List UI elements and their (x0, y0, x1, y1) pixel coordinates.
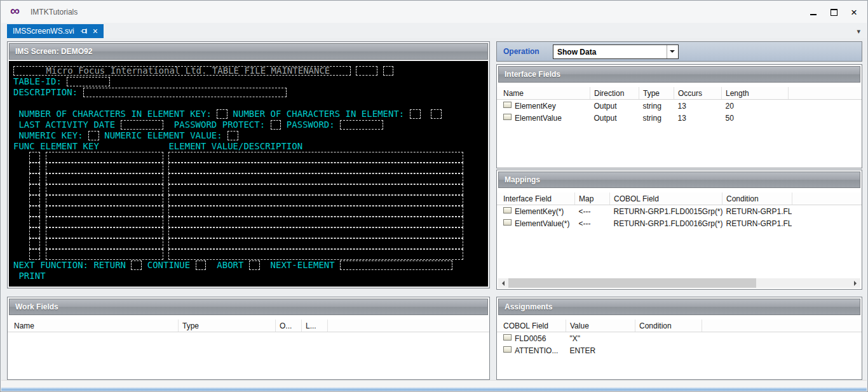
ims-screen-panel-header: IMS Screen: DEMO92 (9, 43, 488, 60)
terminal-field[interactable] (168, 206, 463, 217)
terminal-field[interactable] (168, 173, 463, 184)
terminal-text (13, 217, 29, 227)
terminal-text (163, 227, 168, 238)
terminal-field[interactable] (168, 217, 463, 227)
terminal-field[interactable] (217, 109, 227, 119)
terminal-field[interactable] (46, 184, 163, 195)
terminal-field[interactable] (227, 131, 238, 140)
minimize-button[interactable] (803, 3, 824, 21)
terminal-field[interactable] (168, 163, 463, 173)
column-header-l[interactable]: L... (302, 320, 328, 332)
title-bar[interactable]: ∞ IMTKTutorials × (1, 1, 867, 23)
tab-imsscreenws[interactable]: IMSScreenWS.svi × (7, 24, 104, 38)
terminal-field[interactable]: Micro Focus International Ltd. TABLE FIL… (13, 66, 351, 76)
terminal-field[interactable] (83, 88, 287, 97)
maximize-button[interactable] (824, 3, 844, 21)
terminal-field[interactable] (121, 120, 163, 130)
terminal-text (40, 249, 45, 259)
pin-icon[interactable] (80, 27, 88, 35)
scroll-left-icon[interactable] (498, 278, 508, 288)
terminal-field[interactable] (46, 206, 163, 217)
column-header-map[interactable]: Map (575, 193, 610, 205)
terminal-text (163, 217, 168, 227)
bottom-scrollbar[interactable] (1, 380, 867, 388)
terminal-field[interactable] (168, 249, 463, 260)
terminal-field[interactable] (29, 249, 40, 260)
terminal-field[interactable] (356, 66, 377, 76)
column-header-name[interactable]: Name (497, 87, 590, 100)
interface-fields-panel: Interface Fields NameDirectionTypeOccurs… (496, 64, 862, 168)
minimize-icon (810, 14, 817, 15)
terminal-field[interactable] (46, 163, 163, 173)
mappings-horizontal-scrollbar[interactable] (498, 278, 860, 288)
terminal-field[interactable] (340, 260, 452, 270)
column-header-condition[interactable]: Condition (635, 320, 702, 332)
dropdown-arrow-icon[interactable] (667, 45, 678, 58)
terminal-field[interactable] (249, 260, 260, 270)
column-header-cobol-field[interactable]: COBOL Field (497, 320, 566, 332)
column-header-type[interactable]: Type (179, 320, 276, 332)
terminal-text (13, 206, 29, 216)
terminal-text: NUMERIC KEY: (13, 130, 88, 140)
terminal-field[interactable] (46, 195, 163, 206)
terminal-field[interactable] (29, 227, 40, 238)
terminal-field[interactable] (46, 227, 163, 238)
terminal-field[interactable] (168, 152, 463, 163)
terminal-field[interactable] (67, 77, 109, 86)
tab-close-icon[interactable]: × (92, 27, 99, 35)
column-header-cobol-field[interactable]: COBOL Field (610, 193, 722, 205)
terminal-field[interactable] (29, 173, 40, 184)
terminal-field[interactable] (46, 238, 163, 249)
column-header-interface-field[interactable]: Interface Field (497, 193, 575, 205)
terminal-field[interactable] (383, 66, 394, 76)
table-cell: "X" (566, 332, 635, 345)
terminal-field[interactable] (29, 217, 40, 227)
tab-overflow-icon[interactable]: ▾ (857, 27, 860, 36)
terminal-field[interactable] (46, 217, 163, 227)
table-cell: ElementValue (497, 112, 590, 124)
column-header-o[interactable]: O... (276, 320, 302, 332)
terminal-field[interactable] (431, 109, 442, 119)
column-header-type[interactable]: Type (639, 87, 674, 100)
column-header-name[interactable]: Name (8, 320, 179, 332)
terminal-field[interactable] (131, 260, 142, 270)
table-row[interactable]: ElementValueOutputstring1350 (497, 112, 862, 124)
terminal-field[interactable] (340, 120, 383, 130)
column-header-condition[interactable]: Condition (722, 193, 792, 205)
table-header-row: NameTypeO...L... (8, 320, 489, 332)
table-row[interactable]: ElementValue(*)<---RETURN-GRP1.FLD0016Gr… (497, 217, 862, 229)
column-header-filler (702, 320, 862, 332)
terminal-field[interactable] (168, 184, 463, 195)
table-row[interactable]: ElementKey(*)<---RETURN-GRP1.FLD0015Grp(… (497, 205, 862, 218)
terminal-field[interactable] (29, 184, 40, 195)
field-icon (503, 114, 512, 120)
terminal-field[interactable] (271, 120, 281, 130)
maximize-icon (831, 9, 837, 16)
terminal-field[interactable] (29, 206, 40, 217)
terminal-field[interactable] (29, 195, 40, 206)
column-header-value[interactable]: Value (566, 320, 635, 332)
terminal-field[interactable] (46, 152, 163, 163)
terminal-field[interactable] (168, 195, 463, 206)
terminal-field[interactable] (46, 173, 163, 184)
table-row[interactable]: FLD0056"X" (497, 332, 862, 345)
column-header-length[interactable]: Length (722, 87, 789, 100)
terminal-field[interactable] (196, 260, 207, 270)
operation-dropdown[interactable]: Show Data (553, 44, 679, 59)
scrollbar-thumb[interactable] (508, 278, 756, 288)
terminal-field[interactable] (168, 238, 463, 249)
column-header-direction[interactable]: Direction (590, 87, 639, 100)
terminal-field[interactable] (29, 163, 40, 173)
terminal-field[interactable] (29, 152, 40, 163)
terminal-field[interactable] (410, 109, 421, 119)
close-button[interactable]: × (844, 3, 864, 21)
terminal-field[interactable] (88, 131, 99, 140)
column-header-occurs[interactable]: Occurs (674, 87, 722, 100)
terminal-field[interactable] (168, 227, 463, 238)
table-row[interactable]: ElementKeyOutputstring1320 (497, 100, 862, 112)
scroll-right-icon[interactable] (851, 278, 860, 288)
terminal-field[interactable] (46, 249, 163, 260)
app-window: ∞ IMTKTutorials × IMSScreenWS.svi × ▾ IM… (0, 0, 868, 392)
table-row[interactable]: ATTENTIO...ENTER (497, 344, 862, 356)
terminal-field[interactable] (29, 238, 40, 249)
